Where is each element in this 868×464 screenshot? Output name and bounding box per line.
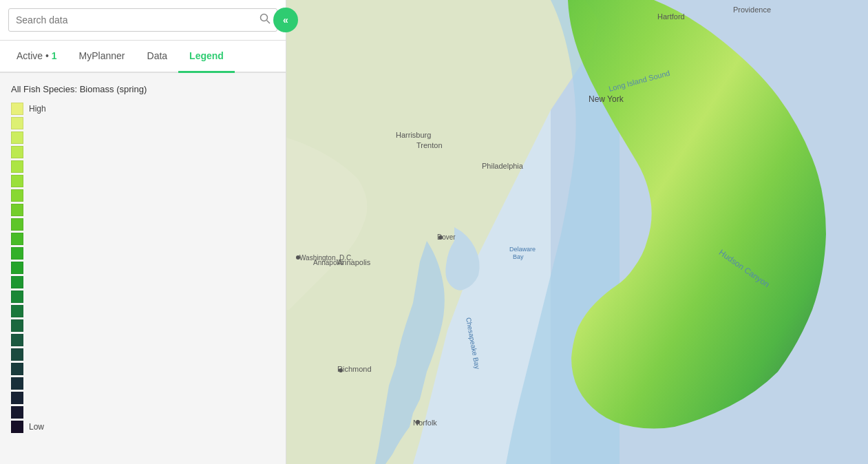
legend-item-12 bbox=[11, 276, 275, 288]
sidebar: « Active • 1 MyPlanner Data Legend All F… bbox=[0, 0, 286, 464]
collapse-sidebar-button[interactable]: « bbox=[273, 8, 298, 32]
legend-title: All Fish Species: Biomass (spring) bbox=[11, 84, 275, 94]
tab-legend-label: Legend bbox=[189, 50, 224, 61]
legend-swatch-11 bbox=[11, 262, 23, 274]
legend-swatch-14 bbox=[11, 305, 23, 317]
legend-swatch-8 bbox=[11, 218, 23, 231]
legend-item-20 bbox=[11, 392, 275, 404]
legend-swatch-9 bbox=[11, 233, 23, 245]
legend-item-19 bbox=[11, 377, 275, 390]
legend-item-9 bbox=[11, 233, 275, 245]
svg-point-2 bbox=[261, 14, 268, 21]
legend-item-4 bbox=[11, 160, 275, 173]
tab-separator: • bbox=[45, 50, 52, 61]
legend-swatch-6 bbox=[11, 189, 23, 202]
label-delaware-bay: Delaware bbox=[509, 246, 536, 253]
legend-item-7 bbox=[11, 204, 275, 216]
tab-myplanner-label: MyPlanner bbox=[79, 50, 125, 61]
tab-myplanner[interactable]: MyPlanner bbox=[68, 41, 136, 73]
tab-legend[interactable]: Legend bbox=[178, 41, 235, 73]
legend-item-low: Low bbox=[11, 421, 275, 433]
search-button[interactable] bbox=[260, 13, 271, 27]
city-new-york: New York bbox=[589, 94, 624, 104]
tab-data-label: Data bbox=[147, 50, 168, 61]
tab-active-label: Active bbox=[17, 50, 43, 61]
legend-swatch-1 bbox=[11, 117, 23, 129]
tabs-bar: Active • 1 MyPlanner Data Legend bbox=[0, 41, 286, 73]
legend-swatch-10 bbox=[11, 247, 23, 260]
svg-line-3 bbox=[267, 21, 271, 24]
legend-swatch-18 bbox=[11, 363, 23, 375]
label-delaware-bay2: Bay bbox=[513, 253, 524, 260]
legend-item-1 bbox=[11, 117, 275, 129]
city-richmond: Richmond bbox=[337, 365, 372, 373]
legend-swatch-13 bbox=[11, 291, 23, 303]
legend-swatch-16 bbox=[11, 334, 23, 346]
legend-item-6 bbox=[11, 189, 275, 202]
search-icon bbox=[260, 13, 271, 24]
legend-swatch-3 bbox=[11, 146, 23, 158]
legend-swatch-5 bbox=[11, 175, 23, 187]
legend-label-low: Low bbox=[29, 422, 44, 432]
city-trenton: Trenton bbox=[416, 141, 443, 149]
legend-item-16 bbox=[11, 334, 275, 346]
legend-items: HighLow bbox=[11, 103, 275, 435]
city-hartford: Hartford bbox=[657, 12, 685, 21]
legend-item-high: High bbox=[11, 103, 275, 115]
legend-swatch-17 bbox=[11, 348, 23, 361]
city-philadelphia: Philadelphia bbox=[482, 162, 524, 170]
legend-swatch-19 bbox=[11, 377, 23, 390]
legend-swatch-21 bbox=[11, 406, 23, 419]
tab-active[interactable]: Active • 1 bbox=[6, 41, 68, 73]
legend-item-15 bbox=[11, 319, 275, 332]
legend-item-13 bbox=[11, 291, 275, 303]
legend-item-18 bbox=[11, 363, 275, 375]
marker-washington bbox=[296, 255, 300, 260]
legend-swatch-7 bbox=[11, 204, 23, 216]
legend-item-5 bbox=[11, 175, 275, 187]
legend-item-2 bbox=[11, 131, 275, 144]
marker-dover bbox=[438, 235, 443, 240]
legend-item-17 bbox=[11, 348, 275, 361]
legend-swatch-low bbox=[11, 421, 23, 433]
city-providence: Providence bbox=[733, 6, 771, 14]
legend-swatch-4 bbox=[11, 160, 23, 173]
search-input[interactable] bbox=[8, 8, 277, 32]
city-harrisburg: Harrisburg bbox=[396, 131, 431, 139]
legend-container: All Fish Species: Biomass (spring) HighL… bbox=[0, 73, 286, 464]
marker-norfolk bbox=[416, 420, 420, 424]
legend-label-high: High bbox=[29, 104, 46, 114]
legend-swatch-20 bbox=[11, 392, 23, 404]
legend-item-3 bbox=[11, 146, 275, 158]
legend-swatch-12 bbox=[11, 276, 23, 288]
tab-data[interactable]: Data bbox=[136, 41, 179, 73]
marker-richmond bbox=[339, 368, 343, 372]
search-bar: « bbox=[0, 0, 286, 41]
tab-active-count: 1 bbox=[52, 50, 57, 61]
legend-item-14 bbox=[11, 305, 275, 317]
legend-item-8 bbox=[11, 218, 275, 231]
legend-swatch-15 bbox=[11, 319, 23, 332]
legend-item-11 bbox=[11, 262, 275, 274]
legend-item-10 bbox=[11, 247, 275, 260]
legend-swatch-2 bbox=[11, 131, 23, 144]
legend-swatch-high bbox=[11, 103, 23, 115]
legend-item-21 bbox=[11, 406, 275, 419]
city-washington: Washington, D.C. bbox=[299, 254, 353, 262]
